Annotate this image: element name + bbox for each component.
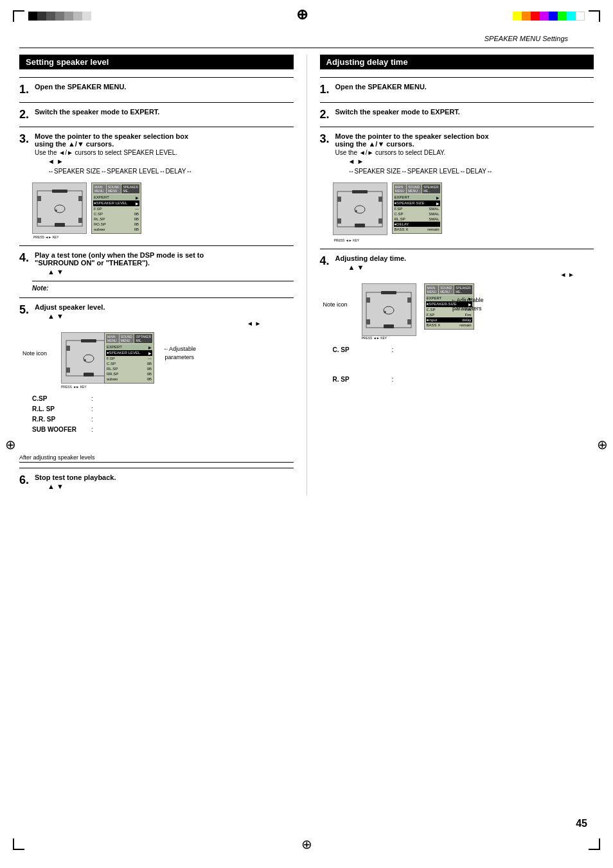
- press-key-s5: PRESS ◄► KEY: [61, 385, 87, 389]
- step-1-num: 1.: [19, 83, 32, 97]
- left-section-header: Setting speaker level: [19, 55, 294, 69]
- r-sp-name-rsp: R. SP: [333, 375, 384, 385]
- sp-row-rlsp: R.L. SP :: [32, 404, 294, 414]
- color-bar-6: [73, 12, 82, 21]
- r-sp-name-csp: C. SP: [333, 345, 384, 355]
- svg-rect-33: [384, 324, 394, 328]
- svg-rect-13: [66, 368, 70, 373]
- svg-rect-6: [55, 223, 65, 227]
- r-step-4-arrows2: ◄ ►: [335, 271, 594, 278]
- right-section-header: Adjusting delay time: [320, 55, 594, 69]
- tab-sound-s5: SOUND MENU: [120, 334, 134, 343]
- r-press-key: PRESS ◄► KEY: [334, 238, 360, 242]
- sp-row-sub: SUB WOOFER :: [32, 425, 294, 435]
- r-step-3-content: Move the pointer to the speaker selectio…: [335, 132, 594, 177]
- step-3: 3. Move the pointer to the speaker selec…: [19, 132, 294, 177]
- svg-rect-3: [78, 196, 82, 201]
- left-margin-crosshair: ⊕: [5, 437, 16, 452]
- svg-rect-29: [366, 297, 370, 303]
- svg-rect-21: [378, 197, 382, 202]
- step-3-content: Move the pointer to the speaker selectio…: [35, 132, 294, 177]
- screen-tabs-step5: MAIN MENU SOUND MENU OPTAKER ME..: [106, 334, 152, 343]
- tab-main-s5: MAIN MENU: [106, 334, 119, 343]
- r-step-3-flow: ↔SPEAKER SIZE↔SPEAKER LEVEL↔DELAY↔: [348, 168, 594, 175]
- menu-rlsp-s5: RL.SP0B: [106, 366, 152, 371]
- screen-mock-step5: Note icon ◉ MAIN MENU SOUND MENU: [26, 332, 154, 390]
- r-sp-csp-spacer: [333, 355, 594, 375]
- r-screen-tabs-s4: MAIN MENU SOUND MENU SPEAKER ME..: [426, 285, 472, 294]
- r-tab-sound: SOUND MENU: [407, 184, 422, 193]
- color-bar-7: [82, 12, 91, 21]
- step-2-content: Switch the speaker mode to EXPERT.: [35, 108, 294, 116]
- r-tab-main-s4: MAIN MENU: [426, 285, 439, 294]
- r-menu-bass: BASS Xremain: [394, 227, 440, 232]
- tab-spk-s5: OPTAKER ME..: [134, 334, 152, 343]
- menu-sub-s5: subwo0B: [106, 376, 152, 382]
- r-step-2-title: Switch the speaker mode to EXPERT.: [335, 108, 594, 116]
- svg-rect-31: [366, 319, 370, 324]
- svg-text:◉: ◉: [355, 209, 358, 213]
- r-menu-fsp: F.SPSMAL: [394, 206, 440, 211]
- svg-rect-1: [52, 190, 67, 193]
- step-1-title: Open the SPEAKER MENU.: [35, 83, 294, 91]
- r-sp-row-rsp: R. SP :: [333, 375, 594, 385]
- svg-rect-4: [37, 218, 41, 223]
- step-5-num: 5.: [19, 303, 32, 317]
- press-key-label: PRESS ◄► KEY: [33, 235, 59, 239]
- color-bar-r3: [531, 12, 540, 21]
- bottom-marks: ⊕: [0, 837, 613, 852]
- r-menu-rlsp: RL.SPSMAL: [394, 217, 440, 222]
- r-step-1-content: Open the SPEAKER MENU.: [335, 83, 594, 91]
- corner-tr: [589, 10, 600, 22]
- tab-sound: SOUND MENU: [107, 184, 121, 193]
- svg-rect-32: [407, 319, 411, 324]
- r-step-4: 4. Adjusting delay time. ▲ ▼ ◄ ►: [320, 254, 594, 278]
- r-menu-speakersz: ●SPEAKER SIZE▶: [394, 200, 440, 206]
- menu-expert-row: EXPERT▶: [93, 195, 139, 200]
- sp-colon-rrsp: :: [91, 414, 93, 425]
- color-bar-r5: [549, 12, 558, 21]
- sp-name-csp: C.SP: [32, 394, 84, 404]
- step-4-title: Play a test tone (only when the DSP mode…: [35, 251, 294, 267]
- main-content: Setting speaker level 1. Open the SPEAKE…: [0, 48, 613, 502]
- step-4: 4. Play a test tone (only when the DSP m…: [19, 251, 294, 276]
- color-bar-r8: [576, 12, 585, 21]
- r-menu-fsp-s4: F.SPFim: [426, 312, 472, 317]
- r-step-3-title: Move the pointer to the speaker selectio…: [335, 132, 594, 148]
- sp-colon-sub: :: [91, 425, 93, 435]
- step-3-num: 3.: [19, 132, 32, 146]
- sp-colon-rlsp: :: [91, 404, 93, 414]
- r-note-icon-label: Note icon: [323, 301, 348, 308]
- menu-fsp-s5: F.SP—: [106, 356, 152, 361]
- color-bar-4: [55, 12, 64, 21]
- sp-row-csp: C.SP :: [32, 394, 294, 404]
- step-4-num: 4.: [19, 251, 32, 265]
- svg-rect-15: [84, 373, 94, 376]
- color-bar-1: [28, 12, 37, 21]
- right-column: Adjusting delay time 1. Open the SPEAKER…: [306, 55, 594, 495]
- menu-sub-row: subwo0B: [93, 227, 139, 232]
- svg-rect-18: [337, 191, 382, 227]
- svg-rect-0: [37, 191, 82, 226]
- r-press-key-s4: PRESS ◄► KEY: [362, 336, 387, 340]
- tab-main: MAIN MENU: [93, 184, 106, 193]
- menu-rrsp-s5: RR.SP0B: [106, 371, 152, 376]
- corner-br: [589, 838, 600, 850]
- r-screen-tabs: MAIN MENU SOUND MENU SPEAKER ME..: [394, 184, 440, 193]
- corner-bl: [13, 838, 24, 850]
- step-5: 5. Adjust speaker level. ▲ ▼ ◄ ►: [19, 303, 294, 327]
- color-bar-2: [37, 12, 46, 21]
- menu-csp-row: C.SP0B: [93, 211, 139, 217]
- svg-rect-11: [66, 346, 70, 351]
- svg-rect-30: [407, 297, 411, 303]
- tab-speaker: SPEAKER ME..: [121, 184, 139, 193]
- menu-fsp-row: F.SP—: [93, 206, 139, 211]
- page-number: 45: [576, 818, 587, 829]
- r-menu-delay: ●DELAY: [394, 222, 440, 227]
- screen-menu-panel: MAIN MENU SOUND MENU SPEAKER ME.. EXPERT…: [91, 182, 141, 234]
- step-2: 2. Switch the speaker mode to EXPERT.: [19, 108, 294, 122]
- r-step-3-sub: Use the ◄/► cursors to select DELAY.: [335, 149, 594, 156]
- step-4-content: Play a test tone (only when the DSP mode…: [35, 251, 294, 276]
- sp-row-rrsp: R.R. SP :: [32, 414, 294, 425]
- step-5-title: Adjust speaker level.: [35, 303, 294, 311]
